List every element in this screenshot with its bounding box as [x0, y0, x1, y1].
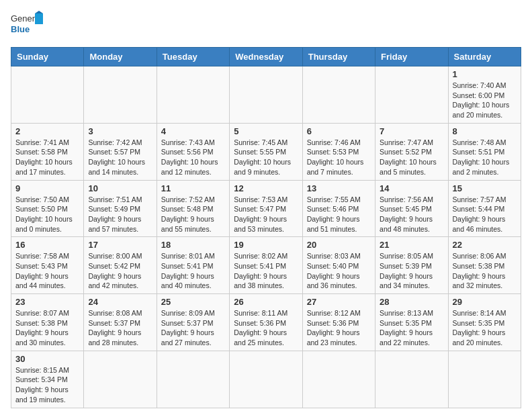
- calendar: SundayMondayTuesdayWednesdayThursdayFrid…: [11, 47, 521, 408]
- calendar-week-6: 30Sunrise: 8:15 AM Sunset: 5:34 PM Dayli…: [11, 351, 521, 408]
- day-number: 3: [88, 126, 152, 136]
- day-number: 29: [453, 297, 517, 307]
- calendar-cell: 7Sunrise: 7:47 AM Sunset: 5:52 PM Daylig…: [375, 123, 448, 180]
- day-info: Sunrise: 8:11 AM Sunset: 5:36 PM Dayligh…: [234, 308, 298, 348]
- calendar-cell: [84, 66, 157, 124]
- day-info: Sunrise: 7:58 AM Sunset: 5:43 PM Dayligh…: [15, 251, 79, 291]
- day-info: Sunrise: 8:06 AM Sunset: 5:38 PM Dayligh…: [453, 251, 517, 291]
- calendar-cell: 3Sunrise: 7:42 AM Sunset: 5:57 PM Daylig…: [84, 123, 157, 180]
- calendar-cell: 4Sunrise: 7:43 AM Sunset: 5:56 PM Daylig…: [157, 123, 229, 180]
- calendar-cell: 22Sunrise: 8:06 AM Sunset: 5:38 PM Dayli…: [448, 237, 521, 294]
- calendar-cell: 20Sunrise: 8:03 AM Sunset: 5:40 PM Dayli…: [302, 237, 375, 294]
- calendar-cell: 18Sunrise: 8:01 AM Sunset: 5:41 PM Dayli…: [157, 237, 229, 294]
- calendar-cell: 5Sunrise: 7:45 AM Sunset: 5:55 PM Daylig…: [230, 123, 302, 180]
- logo: GeneralBlue: [11, 11, 44, 40]
- day-number: 22: [453, 240, 517, 250]
- day-info: Sunrise: 7:57 AM Sunset: 5:44 PM Dayligh…: [453, 195, 517, 234]
- calendar-week-2: 2Sunrise: 7:41 AM Sunset: 5:58 PM Daylig…: [11, 123, 521, 180]
- weekday-monday: Monday: [84, 48, 157, 66]
- weekday-header: SundayMondayTuesdayWednesdayThursdayFrid…: [11, 48, 521, 66]
- day-info: Sunrise: 7:48 AM Sunset: 5:51 PM Dayligh…: [453, 138, 517, 177]
- weekday-thursday: Thursday: [302, 48, 375, 66]
- day-number: 7: [380, 126, 443, 136]
- calendar-cell: 12Sunrise: 7:53 AM Sunset: 5:47 PM Dayli…: [230, 180, 302, 237]
- day-info: Sunrise: 8:12 AM Sunset: 5:36 PM Dayligh…: [307, 308, 371, 348]
- calendar-cell: 21Sunrise: 8:05 AM Sunset: 5:39 PM Dayli…: [375, 237, 448, 294]
- calendar-cell: [230, 66, 302, 124]
- calendar-cell: 30Sunrise: 8:15 AM Sunset: 5:34 PM Dayli…: [11, 351, 84, 408]
- weekday-tuesday: Tuesday: [157, 48, 229, 66]
- calendar-cell: [230, 351, 302, 408]
- calendar-cell: 29Sunrise: 8:14 AM Sunset: 5:35 PM Dayli…: [448, 294, 521, 351]
- day-info: Sunrise: 7:46 AM Sunset: 5:53 PM Dayligh…: [307, 138, 371, 177]
- day-info: Sunrise: 7:47 AM Sunset: 5:52 PM Dayligh…: [380, 138, 443, 177]
- day-info: Sunrise: 7:53 AM Sunset: 5:47 PM Dayligh…: [234, 195, 298, 234]
- calendar-cell: 15Sunrise: 7:57 AM Sunset: 5:44 PM Dayli…: [448, 180, 521, 237]
- day-info: Sunrise: 7:43 AM Sunset: 5:56 PM Dayligh…: [161, 138, 225, 177]
- day-info: Sunrise: 7:52 AM Sunset: 5:48 PM Dayligh…: [161, 195, 225, 234]
- day-number: 6: [307, 126, 371, 136]
- calendar-cell: 25Sunrise: 8:09 AM Sunset: 5:37 PM Dayli…: [157, 294, 229, 351]
- header: GeneralBlue: [11, 11, 521, 40]
- day-info: Sunrise: 8:13 AM Sunset: 5:35 PM Dayligh…: [380, 308, 443, 348]
- day-info: Sunrise: 8:03 AM Sunset: 5:40 PM Dayligh…: [307, 251, 371, 291]
- day-info: Sunrise: 8:00 AM Sunset: 5:42 PM Dayligh…: [88, 251, 152, 291]
- day-info: Sunrise: 8:14 AM Sunset: 5:35 PM Dayligh…: [453, 308, 517, 348]
- svg-marker-3: [35, 11, 43, 13]
- calendar-cell: [375, 351, 448, 408]
- day-number: 11: [161, 183, 225, 193]
- calendar-cell: [302, 351, 375, 408]
- calendar-cell: [375, 66, 448, 124]
- day-info: Sunrise: 7:45 AM Sunset: 5:55 PM Dayligh…: [234, 138, 298, 177]
- day-number: 26: [234, 297, 298, 307]
- calendar-cell: [157, 66, 229, 124]
- svg-marker-2: [35, 13, 43, 24]
- day-number: 30: [15, 354, 79, 364]
- calendar-week-4: 16Sunrise: 7:58 AM Sunset: 5:43 PM Dayli…: [11, 237, 521, 294]
- day-number: 10: [88, 183, 152, 193]
- day-info: Sunrise: 8:08 AM Sunset: 5:37 PM Dayligh…: [88, 308, 152, 348]
- weekday-wednesday: Wednesday: [230, 48, 302, 66]
- day-number: 5: [234, 126, 298, 136]
- day-info: Sunrise: 7:40 AM Sunset: 6:00 PM Dayligh…: [453, 81, 517, 120]
- calendar-cell: [84, 351, 157, 408]
- day-number: 25: [161, 297, 225, 307]
- weekday-sunday: Sunday: [11, 48, 84, 66]
- day-number: 23: [15, 297, 79, 307]
- day-number: 4: [161, 126, 225, 136]
- calendar-cell: 28Sunrise: 8:13 AM Sunset: 5:35 PM Dayli…: [375, 294, 448, 351]
- calendar-cell: [302, 66, 375, 124]
- calendar-cell: 26Sunrise: 8:11 AM Sunset: 5:36 PM Dayli…: [230, 294, 302, 351]
- day-number: 19: [234, 240, 298, 250]
- day-number: 14: [380, 183, 443, 193]
- calendar-cell: 13Sunrise: 7:55 AM Sunset: 5:46 PM Dayli…: [302, 180, 375, 237]
- calendar-cell: 2Sunrise: 7:41 AM Sunset: 5:58 PM Daylig…: [11, 123, 84, 180]
- day-info: Sunrise: 8:05 AM Sunset: 5:39 PM Dayligh…: [380, 251, 443, 291]
- day-info: Sunrise: 7:50 AM Sunset: 5:50 PM Dayligh…: [15, 195, 79, 234]
- day-number: 12: [234, 183, 298, 193]
- day-number: 28: [380, 297, 443, 307]
- calendar-cell: 9Sunrise: 7:50 AM Sunset: 5:50 PM Daylig…: [11, 180, 84, 237]
- calendar-week-3: 9Sunrise: 7:50 AM Sunset: 5:50 PM Daylig…: [11, 180, 521, 237]
- calendar-cell: 14Sunrise: 7:56 AM Sunset: 5:45 PM Dayli…: [375, 180, 448, 237]
- weekday-friday: Friday: [375, 48, 448, 66]
- calendar-cell: 8Sunrise: 7:48 AM Sunset: 5:51 PM Daylig…: [448, 123, 521, 180]
- day-number: 13: [307, 183, 371, 193]
- day-number: 20: [307, 240, 371, 250]
- logo-svg: GeneralBlue: [11, 11, 44, 40]
- calendar-cell: [157, 351, 229, 408]
- calendar-week-1: 1Sunrise: 7:40 AM Sunset: 6:00 PM Daylig…: [11, 66, 521, 124]
- calendar-cell: 19Sunrise: 8:02 AM Sunset: 5:41 PM Dayli…: [230, 237, 302, 294]
- calendar-cell: 16Sunrise: 7:58 AM Sunset: 5:43 PM Dayli…: [11, 237, 84, 294]
- svg-text:Blue: Blue: [11, 24, 30, 34]
- calendar-cell: [448, 351, 521, 408]
- calendar-cell: 10Sunrise: 7:51 AM Sunset: 5:49 PM Dayli…: [84, 180, 157, 237]
- day-number: 21: [380, 240, 443, 250]
- day-number: 9: [15, 183, 79, 193]
- day-info: Sunrise: 8:07 AM Sunset: 5:38 PM Dayligh…: [15, 308, 79, 348]
- calendar-week-5: 23Sunrise: 8:07 AM Sunset: 5:38 PM Dayli…: [11, 294, 521, 351]
- calendar-cell: 24Sunrise: 8:08 AM Sunset: 5:37 PM Dayli…: [84, 294, 157, 351]
- calendar-cell: [11, 66, 84, 124]
- day-number: 27: [307, 297, 371, 307]
- calendar-cell: 6Sunrise: 7:46 AM Sunset: 5:53 PM Daylig…: [302, 123, 375, 180]
